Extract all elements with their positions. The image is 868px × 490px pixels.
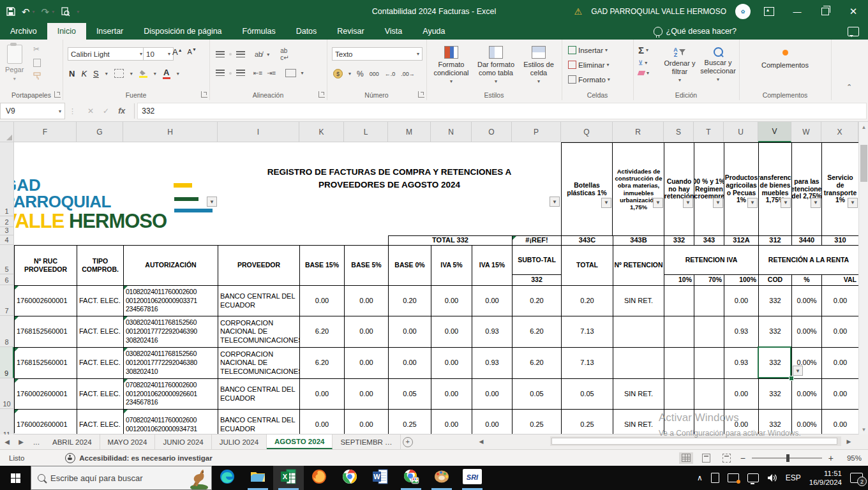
row-header-3[interactable]: 3: [0, 227, 14, 235]
cell-H10[interactable]: 07082024011760002600 0012001062000092660…: [124, 379, 218, 410]
cell-Q8[interactable]: 7.13: [562, 316, 613, 348]
cell-R10[interactable]: SIN RET.: [613, 379, 664, 410]
cell-R9[interactable]: [613, 348, 664, 379]
cell-W8[interactable]: 0.00%: [792, 316, 822, 348]
cell-H7[interactable]: 01082024011760002600 0012001062000090337…: [124, 286, 218, 316]
zoom-out-icon[interactable]: −: [740, 453, 745, 463]
decrease-font-icon[interactable]: A▼: [188, 47, 197, 57]
column-header-F[interactable]: F: [14, 122, 77, 142]
font-name-combobox[interactable]: Calibri Light▾: [68, 47, 146, 61]
taskbar-app-word[interactable]: W: [365, 466, 396, 490]
cell-F8[interactable]: 1768152560001: [15, 316, 77, 348]
filter-button-Q[interactable]: ▼: [601, 198, 611, 208]
ribbon-tab-revisar[interactable]: Revisar: [327, 23, 374, 40]
notification-center-icon[interactable]: 2: [850, 473, 863, 483]
cell-X9[interactable]: 0.00: [822, 348, 859, 379]
cell-U7[interactable]: 0.00: [724, 286, 759, 316]
cell-N9[interactable]: 0.00: [431, 348, 472, 379]
cell-L9[interactable]: 0.00: [345, 348, 389, 379]
horizontal-scrollbar[interactable]: [550, 436, 841, 446]
increase-decimal-icon[interactable]: ←.0: [385, 71, 396, 77]
zoom-slider-thumb[interactable]: [786, 454, 789, 462]
sheet-tab-agosto-2024[interactable]: AGOSTO 2024: [267, 434, 333, 449]
cell-N11[interactable]: 0.00: [431, 410, 472, 434]
restore-button[interactable]: [816, 2, 835, 21]
filter-button-W[interactable]: ▼: [811, 198, 821, 208]
font-size-combobox[interactable]: 10▾: [143, 47, 174, 61]
font-dialog-launcher[interactable]: [201, 91, 207, 98]
collapse-ribbon-icon[interactable]: ⌃: [846, 83, 852, 91]
copy-icon[interactable]: [33, 59, 41, 67]
cell-Q9[interactable]: 7.13: [562, 348, 613, 379]
fill-color-dropdown-icon[interactable]: ▾: [154, 71, 156, 77]
filter-button-X[interactable]: ▼: [848, 198, 858, 208]
cell-L10[interactable]: 0.00: [345, 379, 389, 410]
taskbar-app-excel[interactable]: X: [273, 466, 304, 490]
underline-dropdown-icon[interactable]: ▾: [105, 71, 108, 77]
horizontal-scroll-thumb[interactable]: [551, 438, 837, 445]
column-header-P[interactable]: P: [512, 122, 561, 142]
accounting-format-icon[interactable]: $: [333, 69, 343, 78]
network-icon[interactable]: [747, 473, 759, 482]
cell-V8[interactable]: 332: [759, 316, 792, 348]
ribbon-tab-fórmulas[interactable]: Fórmulas: [232, 23, 286, 40]
cell-O8[interactable]: 0.93: [472, 316, 513, 348]
close-button[interactable]: ✕: [844, 2, 863, 21]
find-select-button[interactable]: Buscar y seleccionar▾: [700, 47, 737, 82]
cell-P11[interactable]: 0.25: [513, 410, 562, 434]
row-header-6[interactable]: 6: [0, 274, 14, 285]
align-center-icon[interactable]: [229, 72, 232, 75]
insert-cells-button[interactable]: Insertar▾: [568, 46, 608, 54]
row-header-11[interactable]: 11: [0, 409, 14, 434]
cell-T10[interactable]: [694, 379, 724, 410]
insert-function-icon[interactable]: fx: [118, 107, 125, 115]
sheet-tab-julio-2024[interactable]: JULIO 2024: [212, 434, 267, 449]
cell-M10[interactable]: 0.05: [389, 379, 431, 410]
cell-M9[interactable]: 0.00: [389, 348, 431, 379]
hscroll-left-icon[interactable]: ◀: [476, 436, 486, 446]
cell-Q7[interactable]: 0.20: [562, 286, 613, 316]
new-sheet-button[interactable]: +: [401, 434, 415, 449]
zoom-slider[interactable]: [752, 457, 822, 459]
cell-K11[interactable]: 0.00: [300, 410, 345, 434]
cell-P7[interactable]: 0.20: [513, 286, 562, 316]
taskbar-app-chrome[interactable]: [334, 466, 365, 490]
column-header-V[interactable]: V: [758, 122, 791, 142]
cell-G9[interactable]: FACT. ELEC.: [77, 348, 124, 379]
percent-style-icon[interactable]: %: [357, 70, 364, 78]
cell-X10[interactable]: 0.00: [822, 379, 859, 410]
column-header-H[interactable]: H: [123, 122, 218, 142]
align-right-icon[interactable]: [236, 70, 245, 77]
cell-H9[interactable]: 03082024011768152560 0012001777229204638…: [124, 348, 218, 379]
column-header-S[interactable]: S: [664, 122, 694, 142]
wrap-text-icon[interactable]: abc↵: [280, 47, 288, 61]
clipboard-dialog-launcher[interactable]: [54, 91, 61, 98]
fill-button[interactable]: ⊻▾: [638, 59, 649, 66]
ribbon-display-options-button[interactable]: [760, 2, 779, 21]
orientation-icon[interactable]: ab̸: [255, 50, 262, 58]
accounting-dropdown-icon[interactable]: ▾: [348, 71, 351, 77]
cell-T8[interactable]: [694, 316, 724, 348]
sheet-tab-overflow[interactable]: ...: [28, 434, 45, 449]
cell-T11[interactable]: [694, 410, 724, 434]
increase-font-icon[interactable]: A▲: [172, 47, 183, 57]
cell-O10[interactable]: 0.00: [472, 379, 513, 410]
cut-icon[interactable]: ✂: [33, 45, 41, 54]
title-filter-button[interactable]: ▼: [550, 197, 560, 207]
tray-sync-icon[interactable]: [728, 473, 739, 482]
cell-K7[interactable]: 0.00: [300, 286, 345, 316]
cell-F9[interactable]: 1768152560001: [15, 348, 77, 379]
conditional-formatting-button[interactable]: Formato condicional▾: [430, 46, 472, 84]
column-header-W[interactable]: W: [791, 122, 821, 142]
bold-button[interactable]: N: [69, 69, 75, 78]
ribbon-tab-inicio[interactable]: Inicio: [47, 23, 86, 40]
cell-S8[interactable]: [664, 316, 694, 348]
cell-F11[interactable]: 1760002600001: [15, 410, 77, 434]
taskbar-app-sri[interactable]: SRI: [457, 466, 488, 490]
volume-icon[interactable]: [767, 473, 777, 482]
confirm-entry-icon[interactable]: ✓: [103, 107, 109, 115]
paste-button[interactable]: Pegar ▾: [5, 45, 24, 82]
cell-X11[interactable]: 0.00: [822, 410, 859, 434]
cell-V10[interactable]: 332: [759, 379, 792, 410]
accessibility-status[interactable]: Accesibilidad: es necesario investigar: [65, 453, 212, 463]
